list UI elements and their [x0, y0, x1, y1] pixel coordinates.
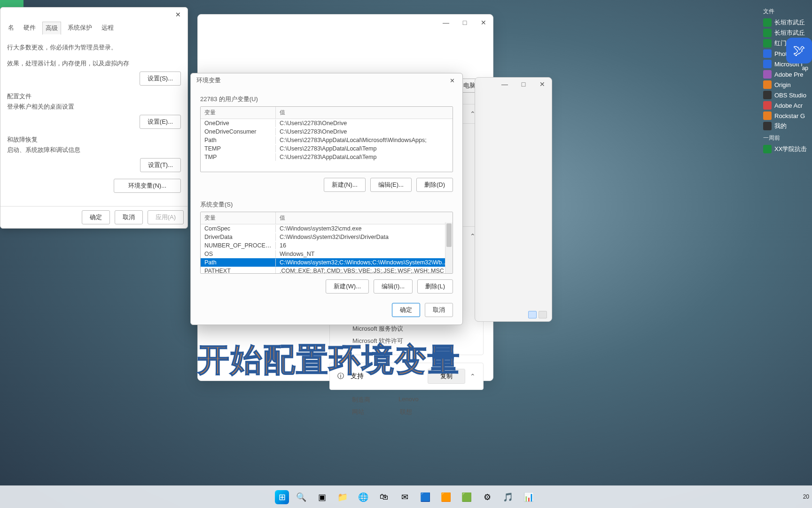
env-vars-dialog: 环境变量 ✕ 22783 的用户变量(U) 变量 值 OneDriveC:\Us…	[190, 73, 463, 325]
table-row[interactable]: OneDriveC:\Users\22783\OneDrive	[201, 119, 453, 127]
file-icon	[763, 145, 772, 153]
desktop-icons: 文件 长垣市武丘长垣市武丘红门PhotoshopMicrosoft IAdobe…	[760, 0, 812, 159]
env-vars-button[interactable]: 环境变量(N)...	[114, 179, 181, 193]
app-icon[interactable]: 📊	[520, 489, 537, 506]
system-properties-dialog: ✕ 名硬件高级系统保护远程 行大多数更改，你必须作为管理员登录。 效果，处理器计…	[0, 7, 188, 229]
table-row[interactable]: NUMBER_OF_PROCESSORS16	[201, 241, 453, 250]
search-icon[interactable]: 🔍	[293, 489, 310, 506]
table-row[interactable]: TMPC:\Users\22783\AppData\Local\Temp	[201, 153, 453, 161]
startup-desc: 启动、系统故障和调试信息	[7, 146, 181, 154]
view-details-icon[interactable]	[528, 311, 537, 318]
ok-button[interactable]: 确定	[82, 210, 110, 224]
user-vars-table[interactable]: 变量 值 OneDriveC:\Users\22783\OneDriveOneD…	[200, 106, 453, 172]
tab-3[interactable]: 系统保护	[65, 22, 95, 35]
explorer-icon[interactable]: 📁	[334, 489, 351, 506]
maximize-button[interactable]: □	[455, 15, 474, 31]
close-button[interactable]: ✕	[533, 78, 552, 91]
user-edit-button[interactable]: 编辑(E)...	[370, 178, 412, 192]
desktop-item[interactable]: 我的	[763, 121, 809, 131]
col-variable[interactable]: 变量	[201, 107, 276, 119]
table-row[interactable]: ComSpecC:\Windows\system32\cmd.exe	[201, 224, 453, 233]
close-icon[interactable]: ✕	[445, 77, 459, 84]
dialog-title: 环境变量	[196, 76, 221, 85]
cancel-button[interactable]: 取消	[115, 210, 143, 224]
startup-settings-button[interactable]: 设置(T)...	[140, 158, 181, 172]
sys-edit-button[interactable]: 编辑(I)...	[374, 279, 413, 294]
minimize-button[interactable]: —	[437, 15, 455, 31]
taskbar: ⊞ 🔍 ▣ 📁 🌐 🛍 ✉ 🟦 🟧 🟩 ⚙ 🎵 📊 20	[0, 485, 812, 508]
app-icon[interactable]: 🟧	[437, 489, 454, 506]
cancel-button[interactable]: 取消	[425, 303, 453, 317]
apply-button[interactable]: 应用(A)	[148, 210, 184, 224]
file-icon	[763, 39, 772, 48]
mail-icon[interactable]: ✉	[396, 489, 413, 506]
edge-icon[interactable]: 🌐	[355, 489, 372, 506]
bird-app-label: ap	[802, 65, 808, 71]
file-icon	[763, 122, 772, 130]
table-row[interactable]: OneDriveConsumerC:\Users\22783\OneDrive	[201, 127, 453, 136]
file-icon	[763, 80, 772, 89]
file-icon	[763, 70, 772, 79]
app-icon[interactable]: 🎵	[500, 489, 516, 506]
start-icon[interactable]: ⊞	[275, 490, 289, 504]
overlay-caption: 开始配置环境变量	[197, 339, 461, 381]
desktop-item[interactable]: 长垣市武丘	[763, 17, 809, 28]
desktop-item[interactable]: 长垣市武丘	[763, 28, 809, 38]
perf-settings-button[interactable]: 设置(S)...	[140, 71, 181, 86]
table-row[interactable]: OSWindows_NT	[201, 250, 453, 258]
close-icon[interactable]: ✕	[169, 8, 187, 22]
desktop-item[interactable]: Origin	[763, 79, 809, 90]
file-icon	[763, 111, 772, 120]
sys-delete-button[interactable]: 删除(L)	[417, 279, 453, 294]
sys-vars-label: 系统变量(S)	[200, 200, 453, 209]
taskview-icon[interactable]: ▣	[313, 489, 330, 506]
desktop-item[interactable]: Adobe Acr	[763, 100, 809, 111]
desktop-item[interactable]: Rockstar G	[763, 111, 809, 121]
file-icon	[763, 18, 772, 27]
profile-title: 配置文件	[7, 92, 181, 101]
app-icon[interactable]: 🟩	[458, 489, 475, 506]
taskbar-clock[interactable]: 20	[803, 485, 809, 508]
tab-0[interactable]: 名	[5, 22, 17, 35]
chevron-down-icon[interactable]: ⌃	[470, 373, 476, 380]
bird-app-icon[interactable]: 🕊	[786, 38, 812, 64]
col-value[interactable]: 值	[276, 212, 453, 224]
profile-desc: 登录帐户相关的桌面设置	[7, 103, 181, 111]
store-icon[interactable]: 🛍	[375, 489, 392, 506]
table-row[interactable]: TEMPC:\Users\22783\AppData\Local\Temp	[201, 144, 453, 153]
tab-2[interactable]: 高级	[42, 22, 61, 35]
desktop-item[interactable]: XX学院抗击	[763, 144, 809, 154]
user-new-button[interactable]: 新建(N)...	[324, 178, 366, 192]
minimize-button[interactable]: —	[495, 78, 514, 91]
file-icon	[763, 29, 772, 37]
desktop-item[interactable]: OBS Studio	[763, 90, 809, 100]
app-icon[interactable]: ⚙	[479, 489, 496, 506]
user-delete-button[interactable]: 删除(D)	[416, 178, 453, 192]
table-row[interactable]: DriverDataC:\Windows\System32\Drivers\Dr…	[201, 233, 453, 241]
scrollbar[interactable]	[445, 222, 453, 273]
maximize-button[interactable]: □	[514, 78, 533, 91]
admin-note: 行大多数更改，你必须作为管理员登录。	[7, 43, 181, 52]
sys-new-button[interactable]: 新建(W)...	[326, 279, 369, 294]
file-icon	[763, 101, 772, 110]
tab-1[interactable]: 硬件	[21, 22, 39, 35]
ok-button[interactable]: 确定	[392, 303, 420, 317]
col-value[interactable]: 值	[276, 107, 453, 119]
file-icon	[763, 49, 772, 58]
profile-settings-button[interactable]: 设置(E)...	[140, 115, 181, 129]
sys-vars-table[interactable]: 变量 值 ComSpecC:\Windows\system32\cmd.exeD…	[200, 212, 453, 274]
view-grid-icon[interactable]	[539, 311, 547, 318]
table-row[interactable]: PathC:\Windows\system32;C:\Windows;C:\Wi…	[201, 258, 453, 267]
startup-title: 和故障恢复	[7, 135, 181, 144]
table-row[interactable]: PATHEXT.COM;.EXE;.BAT;.CMD;.VBS;.VBE;.JS…	[201, 267, 453, 274]
col-variable[interactable]: 变量	[201, 212, 276, 224]
close-button[interactable]: ✕	[474, 15, 493, 31]
table-row[interactable]: PathC:\Users\22783\AppData\Local\Microso…	[201, 136, 453, 144]
perf-desc: 效果，处理器计划，内存使用，以及虚拟内存	[7, 59, 181, 68]
app-icon[interactable]: 🟦	[417, 489, 434, 506]
group-label: 一周前	[763, 134, 809, 142]
scrollbar-thumb[interactable]	[446, 223, 452, 247]
tab-4[interactable]: 远程	[99, 22, 117, 35]
group-label: 文件	[763, 8, 809, 16]
file-icon	[763, 60, 772, 68]
